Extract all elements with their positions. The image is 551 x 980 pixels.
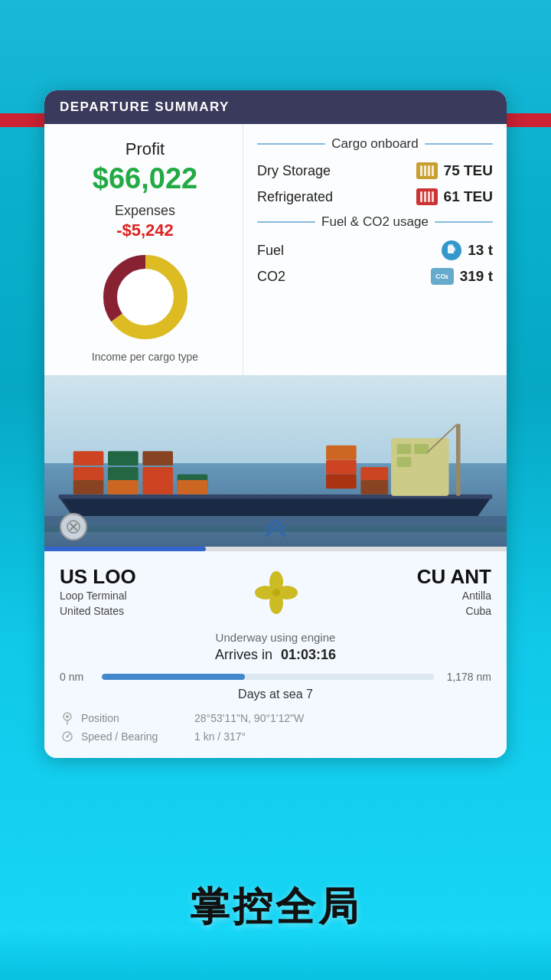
co2-icon: CO₂ <box>431 268 454 285</box>
svg-point-39 <box>272 589 280 596</box>
svg-rect-6 <box>453 247 455 251</box>
origin-name: Loop Terminal <box>60 589 136 604</box>
close-button[interactable] <box>60 513 87 541</box>
co2-value-container: CO₂ 319 t <box>431 268 493 285</box>
progress-bar-fill <box>44 547 206 551</box>
svg-rect-25 <box>326 446 357 460</box>
co2-amount: 319 t <box>460 268 493 285</box>
chevron-up-button[interactable] <box>44 519 507 541</box>
svg-rect-5 <box>448 244 453 247</box>
expenses-label: Expenses <box>115 203 175 219</box>
co2-label: CO2 <box>257 269 285 285</box>
origin-country: United States <box>60 604 136 619</box>
ship-svg <box>44 398 507 536</box>
propeller-center <box>253 565 299 616</box>
svg-rect-14 <box>142 467 173 482</box>
days-at-sea: Days at sea 7 <box>60 688 491 701</box>
status-section: Underway using engine Arrives in 01:03:1… <box>60 631 491 663</box>
fuel-line-left <box>257 221 315 223</box>
card-header-title: DEPARTURE SUMMARY <box>60 100 230 114</box>
ship-area <box>44 375 507 551</box>
svg-point-3 <box>118 270 173 325</box>
main-card: DEPARTURE SUMMARY Profit $66,022 Expense… <box>44 90 507 758</box>
fuel-row: Fuel 13 t <box>257 240 493 260</box>
arrives-text: Arrives in 01:03:16 <box>60 647 491 663</box>
distance-start: 0 nm <box>60 671 94 683</box>
profit-panel: Profit $66,022 Expenses -$5,242 Income p… <box>44 124 243 375</box>
svg-rect-21 <box>414 444 429 454</box>
position-row: Position 28°53'11"N, 90°1'12"W <box>60 710 491 726</box>
dry-storage-icon <box>416 162 438 179</box>
destination-port: CU ANT Antilla Cuba <box>417 565 491 619</box>
section-line-left <box>257 143 325 145</box>
distance-row: 0 nm 1,178 nm <box>60 671 491 683</box>
svg-rect-20 <box>397 444 412 454</box>
dry-storage-teu: 75 TEU <box>444 162 493 179</box>
refrigerated-label: Refrigerated <box>257 189 357 205</box>
cargo-section-title: Cargo onboard <box>331 136 418 152</box>
fuel-section-title: Fuel & CO2 usage <box>321 214 429 230</box>
propeller-icon <box>253 570 299 616</box>
refrigerated-row: Refrigerated 61 TEU <box>257 188 493 205</box>
svg-rect-4 <box>448 246 454 253</box>
distance-bar-fill <box>102 674 245 680</box>
svg-rect-12 <box>108 480 139 495</box>
svg-point-43 <box>67 736 69 738</box>
income-per-cargo-label: Income per cargo type <box>92 351 198 363</box>
svg-rect-11 <box>108 467 139 482</box>
svg-rect-28 <box>456 423 461 495</box>
refrigerated-teu: 61 TEU <box>444 188 493 205</box>
profit-label: Profit <box>126 139 165 159</box>
svg-rect-10 <box>73 451 104 466</box>
speed-icon <box>60 729 75 744</box>
svg-rect-24 <box>326 474 357 488</box>
svg-rect-8 <box>73 467 104 482</box>
status-text: Underway using engine <box>60 631 491 644</box>
fuel-amount: 13 t <box>468 242 493 259</box>
speed-row: Speed / Bearing 1 kn / 317° <box>60 729 491 744</box>
dry-storage-value: 75 TEU <box>416 162 493 179</box>
origin-port: US LOO Loop Terminal United States <box>60 565 136 619</box>
progress-bar-container <box>44 547 507 551</box>
route-row: US LOO Loop Terminal United States <box>60 565 491 619</box>
svg-rect-22 <box>397 457 412 467</box>
dry-storage-label: Dry Storage <box>257 163 357 179</box>
card-header: DEPARTURE SUMMARY <box>44 90 507 124</box>
cargo-section-header: Cargo onboard <box>257 136 493 152</box>
destination-code: CU ANT <box>417 565 491 589</box>
svg-rect-15 <box>142 480 173 495</box>
speed-value: 1 kn / 317° <box>194 730 246 743</box>
svg-rect-13 <box>108 451 139 466</box>
chinese-banner: 掌控全局 <box>0 880 551 934</box>
speed-label: Speed / Bearing <box>81 730 188 743</box>
fuel-section-header: Fuel & CO2 usage <box>257 214 493 230</box>
destination-name: Antilla <box>417 589 491 604</box>
profit-value: $66,022 <box>93 162 197 195</box>
svg-point-41 <box>66 715 69 718</box>
position-icon <box>60 710 75 726</box>
origin-code: US LOO <box>60 565 136 589</box>
fuel-value-container: 13 t <box>442 240 493 260</box>
co2-row: CO2 CO₂ 319 t <box>257 268 493 285</box>
expenses-value: -$5,242 <box>116 220 174 240</box>
svg-rect-27 <box>360 480 388 495</box>
svg-rect-9 <box>73 480 104 495</box>
svg-rect-23 <box>326 460 357 475</box>
refrigerated-value: 61 TEU <box>416 188 493 205</box>
distance-bar <box>102 674 434 680</box>
distance-end: 1,178 nm <box>442 671 491 683</box>
fuel-line-right <box>435 221 493 223</box>
fuel-icon <box>442 240 461 260</box>
position-value: 28°53'11"N, 90°1'12"W <box>194 712 304 724</box>
refrigerated-icon <box>416 188 438 205</box>
destination-country: Cuba <box>417 604 491 619</box>
fuel-label: Fuel <box>257 243 284 259</box>
arrives-label: Arrives in <box>215 647 272 662</box>
svg-rect-18 <box>178 480 208 495</box>
arrives-time: 01:03:16 <box>281 647 336 662</box>
position-label: Position <box>81 712 188 724</box>
donut-chart <box>99 251 191 343</box>
section-line-right <box>425 143 493 145</box>
water-bottom <box>0 926 551 980</box>
nav-panel: US LOO Loop Terminal United States <box>44 551 507 758</box>
